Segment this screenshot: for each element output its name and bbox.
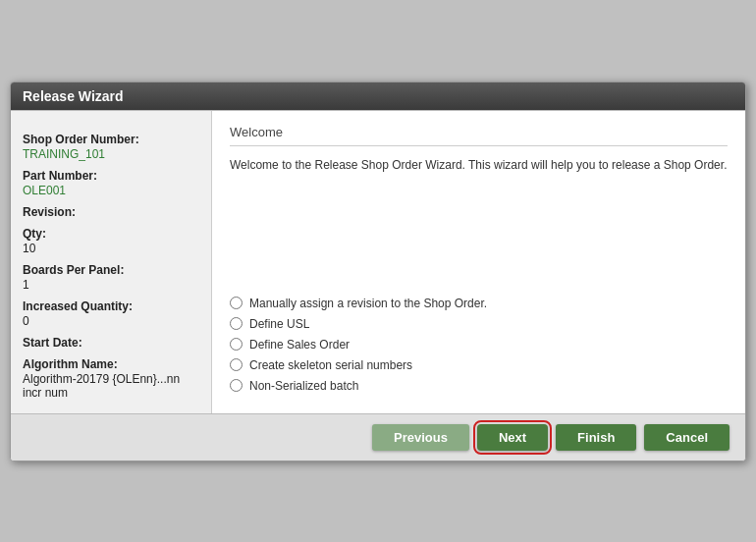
dialog-title: Release Wizard: [11, 82, 745, 110]
increased-qty-label: Increased Quantity:: [23, 299, 199, 313]
part-number-label: Part Number:: [23, 169, 199, 183]
algorithm-label: Algorithm Name:: [23, 357, 199, 371]
shop-order-label: Shop Order Number:: [23, 133, 199, 146]
dialog-footer: Previous Next Finish Cancel: [11, 413, 745, 461]
part-number-value: OLE001: [23, 184, 199, 197]
radio-input-5[interactable]: [230, 379, 243, 392]
radio-input-2[interactable]: [230, 317, 243, 330]
boards-per-panel-value: 1: [23, 278, 199, 292]
next-button[interactable]: Next: [477, 424, 548, 451]
increased-qty-value: 0: [23, 314, 199, 328]
boards-per-panel-label: Boards Per Panel:: [23, 263, 199, 277]
radio-option-3[interactable]: Define Sales Order: [230, 338, 728, 352]
radio-input-3[interactable]: [230, 338, 243, 351]
cancel-button[interactable]: Cancel: [644, 424, 729, 451]
radio-label-5: Non-Serialized batch: [249, 379, 358, 393]
qty-label: Qty:: [23, 227, 199, 241]
start-date-label: Start Date:: [23, 336, 199, 350]
section-title: Welcome: [230, 125, 728, 146]
previous-button[interactable]: Previous: [372, 424, 469, 451]
shop-order-value: TRAINING_101: [23, 147, 199, 161]
radio-input-4[interactable]: [230, 358, 243, 371]
radio-label-3: Define Sales Order: [249, 338, 350, 352]
radio-label-4: Create skeleton serial numbers: [249, 358, 412, 372]
release-wizard-dialog: Release Wizard Shop Order Number: TRAINI…: [10, 81, 746, 461]
right-panel: Welcome Welcome to the Release Shop Orde…: [212, 111, 745, 413]
radio-option-5[interactable]: Non-Serialized batch: [230, 379, 728, 393]
radio-label-1: Manually assign a revision to the Shop O…: [249, 297, 487, 310]
qty-value: 10: [23, 242, 199, 255]
radio-options: Manually assign a revision to the Shop O…: [230, 297, 728, 400]
dialog-body: Shop Order Number: TRAINING_101 Part Num…: [11, 110, 745, 413]
finish-button[interactable]: Finish: [556, 424, 636, 451]
radio-option-4[interactable]: Create skeleton serial numbers: [230, 358, 728, 372]
radio-option-2[interactable]: Define USL: [230, 317, 728, 331]
radio-label-2: Define USL: [249, 317, 309, 331]
revision-label: Revision:: [23, 205, 199, 219]
radio-input-1[interactable]: [230, 297, 243, 309]
welcome-text: Welcome to the Release Shop Order Wizard…: [230, 156, 728, 175]
radio-option-1[interactable]: Manually assign a revision to the Shop O…: [230, 297, 728, 310]
algorithm-value: Algorithm-20179 {OLEnn}...nn incr num: [23, 372, 199, 400]
left-panel: Shop Order Number: TRAINING_101 Part Num…: [11, 111, 212, 413]
